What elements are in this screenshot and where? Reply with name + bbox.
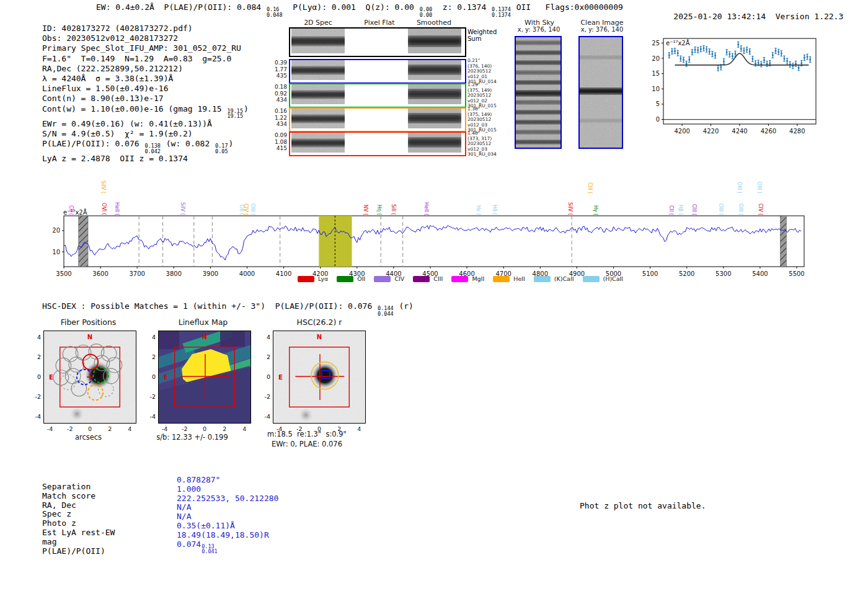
rect-decoration [752, 58, 754, 60]
spectral-line-label: CIV ( [243, 203, 249, 215]
catalog-match-table: Separation0.878287"Match score1.000RA, D… [42, 480, 115, 553]
rect-decoration [516, 41, 560, 45]
rect-decoration [720, 66, 722, 68]
text-run: ) [229, 139, 234, 148]
rect-decoration [700, 48, 702, 50]
compass-east-label: E [164, 374, 168, 381]
compass-north-label: N [317, 334, 322, 340]
sub-value: 0.041 [202, 549, 218, 554]
zoom-xtick-label: 4220 [703, 128, 719, 135]
spec2d-row-left-labels: 0.39 1.77 435 [273, 60, 287, 79]
lineflux-map-panel: Lineflux MapNE-4-2024-4-2024s/b: 12.33 +… [146, 318, 260, 451]
text-run: F=1.6" T=0.149 N=1.29 A=0.83 g=25.0 [42, 54, 231, 63]
rect-decoration [580, 119, 622, 122]
rect-decoration [405, 90, 463, 98]
info-line-8: Cont(w) = 1.10(±0.00)e-16 (gmag 19.15 19… [42, 104, 249, 119]
value-text: N/A [177, 502, 191, 512]
text-run: Cont(w) = 1.10(±0.00)e-16 (gmag 19.15 [42, 104, 226, 113]
match-table-row: Match score1.000 [42, 489, 115, 499]
clean-image-coords: x, y: 376, 140 [574, 26, 630, 33]
legend-swatch [534, 276, 551, 282]
clean-image-svg [580, 37, 622, 148]
main-units-annotation: e⁻¹⁷x2Å [63, 208, 87, 216]
rect-decoration [290, 67, 347, 74]
lineflux-map-xtick: -4 [162, 425, 167, 432]
text-run: ID: 4028173272 (4028173272.pdf) [42, 24, 193, 33]
sub-value: 0.1374 [492, 12, 511, 18]
value-text: 0.35(±0.11)Å [177, 521, 235, 530]
rect-decoration [64, 216, 804, 267]
zoom-xtick-label: 4280 [789, 128, 805, 135]
rect-decoration [763, 60, 765, 61]
main-xtick-label: 5400 [752, 270, 768, 277]
hsc-image-ytick: 2 [260, 353, 270, 360]
report-datetime-version: 2025-01-20 13:42:14 Version 1.22.3 [654, 2, 843, 30]
lineflux-xlabel: s/b: 12.33 +/- 0.199 [138, 433, 246, 442]
rect-decoration [798, 67, 800, 69]
info-line-2: Primary Spec_Slot_IFU_AMP: 301_052_072_R… [42, 43, 249, 53]
legend-swatch [374, 276, 391, 282]
legend-swatch [583, 276, 600, 282]
legend-swatch [451, 276, 468, 282]
match-row-label: P(LAE)/P(OII) [42, 546, 105, 556]
match-row-value: 0.35(±0.11)Å [177, 521, 235, 530]
rect-decoration [516, 71, 560, 74]
flux-patch [158, 331, 179, 349]
sky-image-panels: With Sky x, y: 376, 140 Clean Image x, y… [508, 19, 632, 152]
rect-decoration [290, 115, 347, 122]
with-sky-svg [516, 37, 560, 148]
rect-decoration [712, 53, 714, 55]
rect-decoration [809, 59, 811, 61]
main-xtick-label: 5500 [789, 270, 804, 277]
fiber-positions-title: Fiber Positions [31, 318, 146, 327]
main-spectrum-plot: 1020350036003700380039004000410042004300… [53, 167, 834, 291]
zoom-spectrum-svg: 051015202542004220424042604280e⁻¹⁷x2Å [639, 30, 825, 141]
legend-item: MgII [451, 275, 484, 282]
lineflux-map-xtick: 2 [223, 425, 226, 432]
fiber-xlabel: arcsecs [31, 433, 146, 442]
zoom-xtick-label: 4260 [761, 128, 776, 135]
text-run: ) [244, 104, 249, 113]
rect-decoration [769, 63, 771, 64]
hsc-dex-header: HSC-DEX : Possible Matches = 1 (within +… [42, 301, 414, 316]
hsc-image-image: NE [273, 331, 366, 424]
report-version: Version 1.22.3 [776, 12, 844, 21]
legend-item: (H)CaII [583, 275, 624, 282]
rect-decoration [709, 51, 711, 53]
zoom-ytick-label: 15 [652, 70, 660, 77]
main-xtick-label: 3600 [92, 270, 108, 277]
rect-decoration [804, 57, 805, 59]
match-row-value: 222.252533, 50.212280 [177, 494, 278, 503]
spectral-line-label: CII ( [668, 205, 674, 215]
hsc-image-ytick: 0 [260, 373, 270, 380]
spectral-line-label: OIII ( [718, 203, 724, 215]
info-line-9: EWr = 0.49(±0.16) (w: 0.41(±0.13))Å [42, 119, 249, 129]
text-run: RA,Dec (222.252899,50.212212) [42, 64, 183, 73]
match-table-row: Photo zN/A [42, 517, 115, 526]
fiber-positions-xtick: 4 [128, 425, 131, 432]
info-line-12: LyA z = 2.4878 OII z = 0.1374 [42, 154, 249, 164]
rect-decoration [755, 63, 756, 64]
rect-decoration [688, 59, 690, 61]
hsc-xlabel: m:18.5 re:1.3" s:0.9" [255, 430, 358, 438]
rect-decoration [697, 49, 699, 51]
zoom-ytick-label: 20 [652, 55, 660, 62]
info-line-5: λ = 4240Å σ = 3.38(±1.39)Å [42, 74, 249, 84]
main-spectrum-svg: 1020350036003700380039004000410042004300… [53, 208, 834, 285]
lineflux-map-xtick: 0 [203, 425, 206, 432]
main-xtick-label: 5200 [679, 270, 694, 277]
fiber-positions-xtick: -4 [47, 425, 53, 432]
rect-decoration [706, 48, 707, 50]
rect-decoration [781, 53, 782, 55]
rect-decoration [749, 51, 751, 53]
rect-decoration [580, 56, 622, 59]
text-run: LyA z = 2.4878 OII z = 0.1374 [42, 154, 188, 163]
text-run: OII Flags:0x00000009 [512, 2, 623, 12]
detection-info-block: ID: 4028173272 (4028173272.pdf)Obs: 2023… [42, 24, 249, 164]
info-line-0: ID: 4028173272 (4028173272.pdf) [42, 24, 249, 33]
rect-decoration [677, 52, 679, 54]
rect-decoration [683, 59, 684, 61]
spec2d-fiber-row [289, 107, 466, 132]
legend-label: OII [357, 275, 365, 282]
spec2d-row-right-labels: 1.36" (375, 149) 20230512 v012_03 301_RU… [467, 107, 497, 133]
